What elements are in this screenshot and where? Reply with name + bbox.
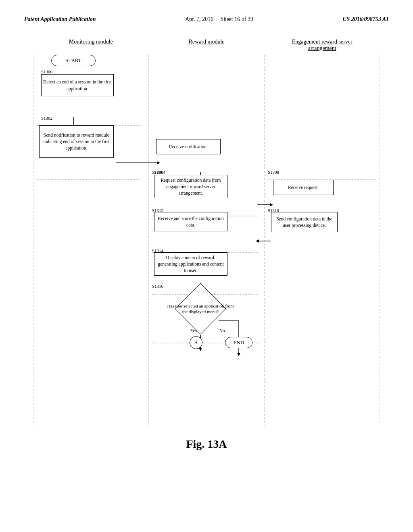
yes-label: Yes <box>190 328 197 333</box>
send-notif-box: Send notification to reward module indic… <box>39 125 114 158</box>
s1306-label: S1306 <box>152 170 163 175</box>
flowchart-svg <box>33 55 380 426</box>
no-label: No <box>219 328 225 333</box>
send-config-box: Send configuration data to the user proc… <box>271 212 338 232</box>
display-menu-box: Display a menu of reward- generating app… <box>154 252 227 276</box>
svg-marker-17 <box>270 203 273 206</box>
svg-marker-30 <box>237 353 240 356</box>
lane-header-reward: Reward module <box>149 39 265 52</box>
end-box: END <box>225 337 252 348</box>
header-center: Apr. 7, 2016 Sheet 16 of 39 <box>185 16 253 23</box>
header-right: US 2016/098753 A1 <box>342 16 389 23</box>
svg-marker-27 <box>199 348 202 351</box>
connector-a: A <box>190 336 202 349</box>
lane-header-engagement: Engagement reward server arrangement <box>264 39 380 52</box>
start-box: START <box>51 55 96 66</box>
s1308-label: S1308 <box>268 170 279 175</box>
svg-marker-21 <box>256 239 259 243</box>
lane-header-monitoring: Monitoring module <box>33 39 149 52</box>
s1316-label: S1316 <box>152 284 163 289</box>
page-header: Patent Application Publication Apr. 7, 2… <box>0 0 413 31</box>
receive-store-box: Receive and store the configuration data… <box>154 212 227 231</box>
receive-request-box: Receive request. <box>273 180 334 195</box>
request-config-box: Request configuration data from engageme… <box>154 175 227 198</box>
header-left: Patent Application Publication <box>24 16 96 23</box>
svg-marker-11 <box>157 161 160 164</box>
detect-box: Detect an end of a session in the first … <box>41 74 114 96</box>
receive-notif-box: Receive notification. <box>156 139 221 154</box>
s1302-label: S1302 <box>41 116 52 121</box>
diagram-area: Monitoring module Reward module Engageme… <box>0 31 413 474</box>
s1300-label: S1300 <box>41 69 52 74</box>
figure-caption: Fig. 13A <box>24 438 389 451</box>
